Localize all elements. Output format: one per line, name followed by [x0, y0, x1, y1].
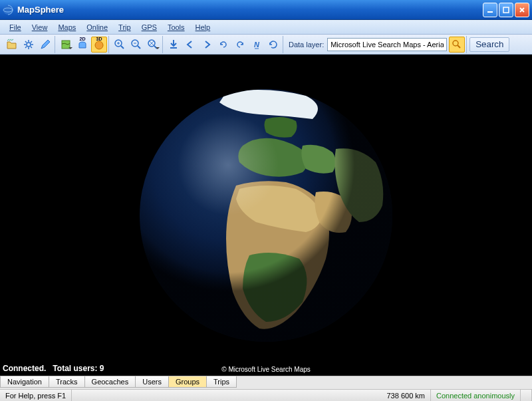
3d-button[interactable]: 3D: [91, 37, 107, 53]
statusbar: For Help, press F1 738 600 km Connected …: [0, 389, 532, 401]
status-help: For Help, press F1: [0, 390, 72, 401]
map-viewport[interactable]: Connected. Total users: 9 © Microsoft Li…: [0, 55, 532, 376]
connection-overlay: Connected. Total users: 9: [3, 364, 104, 373]
zoom-out-button[interactable]: [128, 37, 144, 53]
toolbar: 2D 3D N Data layer: Search: [0, 35, 532, 55]
north-button[interactable]: N: [249, 37, 265, 53]
menu-gps[interactable]: GPS: [136, 22, 162, 33]
menu-view[interactable]: View: [27, 22, 53, 33]
svg-rect-5: [62, 41, 70, 49]
tab-trips[interactable]: Trips: [206, 376, 237, 388]
tab-groups[interactable]: Groups: [168, 376, 207, 388]
window-title: MapSphere: [17, 5, 483, 15]
svg-point-22: [140, 89, 392, 342]
map-copyright: © Microsoft Live Search Maps: [221, 366, 311, 373]
zoom-fit-button[interactable]: [145, 37, 161, 53]
svg-rect-3: [503, 7, 509, 13]
menu-file[interactable]: File: [4, 22, 27, 33]
titlebar: MapSphere: [0, 0, 532, 20]
edit-button[interactable]: [37, 37, 53, 53]
open-button[interactable]: [4, 37, 20, 53]
tab-navigation[interactable]: Navigation: [0, 376, 49, 388]
tab-geocaches[interactable]: Geocaches: [84, 376, 136, 388]
rotate-right-button[interactable]: [232, 37, 248, 53]
svg-line-12: [138, 46, 140, 49]
tab-users[interactable]: Users: [135, 376, 169, 388]
menu-trip[interactable]: Trip: [113, 22, 136, 33]
svg-line-8: [121, 46, 124, 49]
close-button[interactable]: [515, 3, 529, 17]
menubar: File View Maps Online Trip GPS Tools Hel…: [0, 20, 532, 35]
svg-text:N: N: [254, 41, 260, 49]
svg-point-6: [95, 41, 103, 49]
svg-rect-2: [487, 11, 493, 13]
download-button[interactable]: [166, 37, 182, 53]
menu-online[interactable]: Online: [81, 22, 113, 33]
connected-label: Connected.: [3, 364, 46, 373]
svg-point-18: [453, 41, 458, 46]
app-icon: [3, 5, 13, 15]
zoom-in-button[interactable]: [112, 37, 128, 53]
users-count: Total users: 9: [53, 364, 104, 373]
menu-tools[interactable]: Tools: [162, 22, 190, 33]
status-connection: Connected anonimously: [431, 390, 521, 401]
search-button[interactable]: Search: [469, 37, 509, 52]
menu-maps[interactable]: Maps: [53, 22, 81, 33]
status-distance: 738 600 km: [381, 390, 430, 401]
2d-button[interactable]: 2D: [74, 37, 90, 53]
nav-right-button[interactable]: [199, 37, 215, 53]
svg-line-15: [154, 46, 157, 49]
rotate-left-button[interactable]: [215, 37, 231, 53]
svg-point-4: [27, 43, 31, 47]
menu-help[interactable]: Help: [190, 22, 216, 33]
globe-3d: [133, 82, 399, 348]
layer-options-button[interactable]: [449, 37, 465, 53]
tab-tracks[interactable]: Tracks: [49, 376, 85, 388]
resize-grip[interactable]: [521, 390, 532, 401]
minimize-button[interactable]: [483, 3, 497, 17]
map-button[interactable]: [58, 37, 74, 53]
svg-line-19: [458, 45, 460, 48]
refresh-button[interactable]: [265, 37, 281, 53]
maximize-button[interactable]: [499, 3, 513, 17]
datalayer-select[interactable]: [327, 38, 447, 51]
nav-left-button[interactable]: [182, 37, 198, 53]
settings-button[interactable]: [21, 37, 37, 53]
datalayer-label: Data layer:: [286, 41, 327, 49]
bottom-tabs: Navigation Tracks Geocaches Users Groups…: [0, 376, 532, 389]
